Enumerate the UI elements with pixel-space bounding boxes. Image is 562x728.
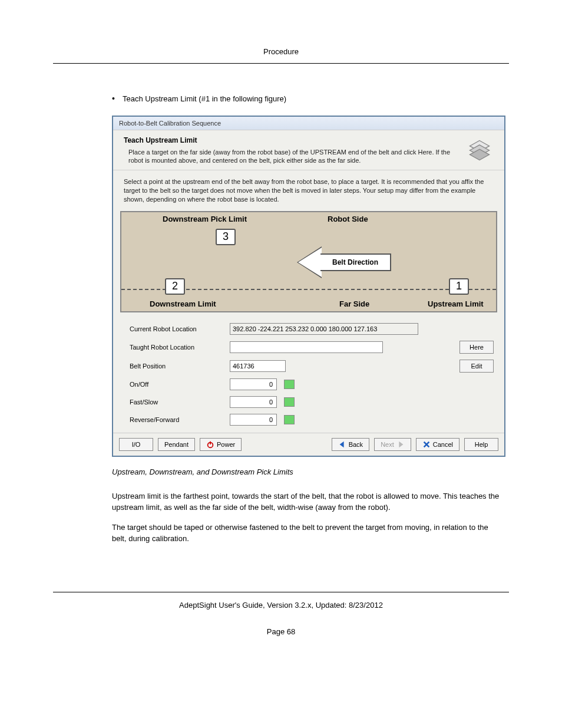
edit-button[interactable]: Edit [459, 360, 494, 373]
revfwd-indicator[interactable] [284, 415, 295, 424]
power-label: Power [217, 441, 235, 448]
marker-2: 2 [165, 278, 185, 295]
svg-marker-6 [399, 442, 403, 448]
revfwd-field[interactable] [230, 414, 277, 426]
label-downstream-limit: Downstream Limit [150, 299, 216, 308]
instruction-text: Select a point at the upstream end of th… [113, 170, 504, 209]
dialog-footer: I/O Pendant Power Back Next Cancel [113, 433, 504, 456]
io-button[interactable]: I/O [119, 438, 153, 451]
power-button[interactable]: Power [200, 438, 242, 451]
belt-diagram: Downstream Pick Limit Robot Side 3 Belt … [120, 211, 497, 312]
label-belt-position: Belt Position [130, 363, 230, 370]
label-far-side: Far Side [339, 299, 369, 308]
footer-text: AdeptSight User's Guide, Version 3.2.x, … [179, 601, 383, 610]
page-header: Procedure [53, 47, 509, 64]
back-label: Back [349, 441, 363, 448]
label-current-location: Current Robot Location [130, 325, 230, 332]
step-icon [465, 136, 494, 164]
pendant-button[interactable]: Pendant [158, 438, 195, 451]
label-upstream-limit: Upstream Limit [428, 299, 484, 308]
belt-direction-arrow: Belt Direction [298, 248, 404, 277]
svg-marker-5 [339, 442, 343, 448]
x-icon [422, 440, 431, 449]
current-location-field [230, 323, 418, 335]
fields-panel: Current Robot Location Taught Robot Loca… [113, 318, 504, 433]
next-button[interactable]: Next [374, 438, 411, 451]
label-belt-direction: Belt Direction [320, 253, 391, 271]
header-title: Procedure [263, 47, 299, 56]
step-description: Place a target on the far side (away fro… [124, 148, 459, 166]
arrow-right-icon [396, 440, 405, 449]
paragraph-1: Upstream limit is the farthest point, to… [112, 490, 503, 513]
arrow-left-icon [338, 440, 346, 449]
next-label: Next [381, 441, 394, 448]
step-title: Teach Upstream Limit [124, 136, 459, 144]
help-button[interactable]: Help [464, 438, 498, 451]
fastslow-indicator[interactable] [284, 397, 295, 407]
back-button[interactable]: Back [332, 438, 369, 451]
label-fastslow: Fast/Slow [130, 398, 230, 406]
label-revfwd: Reverse/Forward [130, 416, 230, 423]
figure-caption: Upstream, Downstream, and Downstream Pic… [112, 467, 503, 476]
marker-1: 1 [449, 278, 469, 295]
calibration-dialog: Robot-to-Belt Calibration Sequence Teach… [112, 116, 505, 457]
taught-location-field[interactable] [230, 341, 383, 353]
belt-position-field[interactable] [230, 360, 286, 372]
page-number: Page 68 [53, 627, 509, 636]
cancel-button[interactable]: Cancel [416, 438, 459, 451]
label-taught-location: Taught Robot Location [130, 344, 230, 351]
bullet-text: Teach Upstream Limit (#1 in the followin… [123, 93, 503, 105]
power-icon [206, 440, 214, 449]
marker-3: 3 [216, 229, 236, 245]
cancel-label: Cancel [433, 441, 453, 448]
dialog-titlebar: Robot-to-Belt Calibration Sequence [113, 117, 504, 130]
onoff-indicator[interactable] [284, 380, 295, 389]
here-button[interactable]: Here [459, 341, 494, 354]
label-onoff: On/Off [130, 381, 230, 388]
label-downstream-pick: Downstream Pick Limit [163, 215, 247, 223]
page-footer: AdeptSight User's Guide, Version 3.2.x, … [53, 592, 509, 610]
label-robot-side: Robot Side [328, 215, 368, 223]
bullet-marker: • [112, 93, 123, 105]
fastslow-field[interactable] [230, 396, 277, 408]
paragraph-2: The target should be taped or otherwise … [112, 522, 503, 545]
dialog-header: Teach Upstream Limit Place a target on t… [113, 130, 504, 170]
onoff-field[interactable] [230, 378, 277, 390]
bullet-item: • Teach Upstream Limit (#1 in the follow… [112, 93, 503, 105]
